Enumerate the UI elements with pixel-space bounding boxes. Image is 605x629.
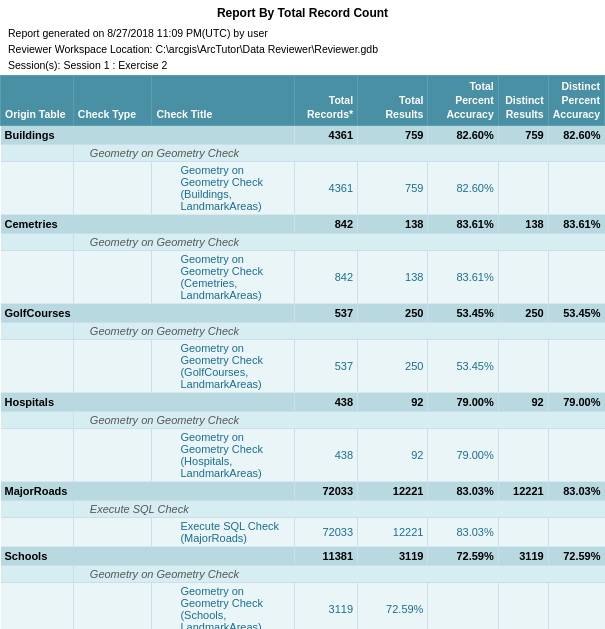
check-title-records: 438 [294, 429, 358, 482]
check-title-records: 3119 [294, 583, 358, 629]
meta-line3: Session(s): Session 1 : Exercise 2 [8, 58, 597, 74]
check-type-row: Execute SQL Check [1, 501, 605, 518]
origin-pct-acc: 82.60% [428, 126, 498, 145]
check-type-empty-origin [1, 323, 74, 340]
check-type-row: Geometry on Geometry Check [1, 412, 605, 429]
check-title-distinct-pct [548, 340, 604, 393]
check-title-distinct-pct [548, 429, 604, 482]
check-title-name: Geometry on Geometry Check (Schools, Lan… [152, 583, 294, 629]
check-title-distinct-pct [548, 162, 604, 215]
check-title-empty-origin [1, 583, 74, 629]
origin-name: Cemetries [1, 215, 295, 234]
origin-total-results: 759 [358, 126, 428, 145]
check-title-records: 72033 [294, 518, 358, 547]
report-table: Origin Table Check Type Check Title Tota… [0, 75, 605, 629]
origin-row: MajorRoads 72033 12221 83.03% 12221 83.0… [1, 482, 605, 501]
check-title-pct: 83.61% [428, 251, 498, 304]
origin-distinct-results: 759 [498, 126, 548, 145]
origin-name: Hospitals [1, 393, 295, 412]
check-title-row: Geometry on Geometry Check (Buildings, L… [1, 162, 605, 215]
check-title-name: Geometry on Geometry Check (Cemetries, L… [152, 251, 294, 304]
origin-name: Schools [1, 547, 295, 566]
check-title-results: 92 [358, 429, 428, 482]
check-type-row: Geometry on Geometry Check [1, 145, 605, 162]
check-type-name: Geometry on Geometry Check [73, 566, 604, 583]
check-title-empty-origin [1, 340, 74, 393]
check-title-row: Geometry on Geometry Check (Hospitals, L… [1, 429, 605, 482]
check-title-records: 537 [294, 340, 358, 393]
check-title-distinct [498, 583, 548, 629]
origin-pct-acc: 53.45% [428, 304, 498, 323]
origin-total-results: 12221 [358, 482, 428, 501]
meta-line1: Report generated on 8/27/2018 11:09 PM(U… [8, 26, 597, 42]
check-type-name: Geometry on Geometry Check [73, 145, 604, 162]
check-type-name: Geometry on Geometry Check [73, 323, 604, 340]
origin-distinct-pct: 53.45% [548, 304, 604, 323]
check-title-empty-type [73, 518, 152, 547]
check-title-distinct [498, 251, 548, 304]
origin-distinct-pct: 72.59% [548, 547, 604, 566]
check-title-empty-type [73, 340, 152, 393]
origin-total-records: 438 [294, 393, 358, 412]
check-title-distinct [498, 518, 548, 547]
origin-row: GolfCourses 537 250 53.45% 250 53.45% [1, 304, 605, 323]
check-title-distinct-pct [548, 583, 604, 629]
check-title-results: 759 [358, 162, 428, 215]
origin-pct-acc: 83.61% [428, 215, 498, 234]
check-type-row: Geometry on Geometry Check [1, 234, 605, 251]
check-type-row: Geometry on Geometry Check [1, 566, 605, 583]
origin-distinct-results: 250 [498, 304, 548, 323]
check-title-results: 138 [358, 251, 428, 304]
check-title-pct: 53.45% [428, 340, 498, 393]
check-title-records: 842 [294, 251, 358, 304]
origin-total-records: 842 [294, 215, 358, 234]
check-title-pct: 83.03% [428, 518, 498, 547]
origin-row: Hospitals 438 92 79.00% 92 79.00% [1, 393, 605, 412]
check-title-distinct [498, 340, 548, 393]
origin-total-results: 138 [358, 215, 428, 234]
origin-distinct-pct: 79.00% [548, 393, 604, 412]
check-title-results: 12221 [358, 518, 428, 547]
check-title-empty-type [73, 251, 152, 304]
check-type-empty-origin [1, 412, 74, 429]
check-title-empty-origin [1, 162, 74, 215]
header-checktype: Check Type [73, 76, 152, 126]
meta-line2: Reviewer Workspace Location: C:\arcgis\A… [8, 42, 597, 58]
check-title-name: Geometry on Geometry Check (Buildings, L… [152, 162, 294, 215]
origin-total-records: 11381 [294, 547, 358, 566]
origin-name: GolfCourses [1, 304, 295, 323]
origin-distinct-results: 138 [498, 215, 548, 234]
check-title-distinct [498, 162, 548, 215]
header-origin: Origin Table [1, 76, 74, 126]
check-type-empty-origin [1, 566, 74, 583]
origin-row: Schools 11381 3119 72.59% 3119 72.59% [1, 547, 605, 566]
origin-total-records: 4361 [294, 126, 358, 145]
origin-distinct-results: 3119 [498, 547, 548, 566]
check-title-empty-origin [1, 251, 74, 304]
check-title-row: Execute SQL Check (MajorRoads) 72033 122… [1, 518, 605, 547]
origin-row: Cemetries 842 138 83.61% 138 83.61% [1, 215, 605, 234]
origin-distinct-results: 92 [498, 393, 548, 412]
header-distinctpctacc: Distinct Percent Accuracy [548, 76, 604, 126]
check-title-empty-origin [1, 429, 74, 482]
check-title-name: Execute SQL Check (MajorRoads) [152, 518, 294, 547]
check-type-name: Geometry on Geometry Check [73, 412, 604, 429]
check-title-row: Geometry on Geometry Check (GolfCourses,… [1, 340, 605, 393]
check-title-name: Geometry on Geometry Check (Hospitals, L… [152, 429, 294, 482]
check-title-distinct [498, 429, 548, 482]
check-title-records: 4361 [294, 162, 358, 215]
origin-total-records: 537 [294, 304, 358, 323]
check-title-row: Geometry on Geometry Check (Schools, Lan… [1, 583, 605, 629]
origin-row: Buildings 4361 759 82.60% 759 82.60% [1, 126, 605, 145]
check-title-empty-origin [1, 518, 74, 547]
origin-total-records: 72033 [294, 482, 358, 501]
check-title-name: Geometry on Geometry Check (GolfCourses,… [152, 340, 294, 393]
origin-name: Buildings [1, 126, 295, 145]
origin-pct-acc: 83.03% [428, 482, 498, 501]
check-title-empty-type [73, 429, 152, 482]
origin-distinct-pct: 83.61% [548, 215, 604, 234]
check-type-row: Geometry on Geometry Check [1, 323, 605, 340]
check-title-row: Geometry on Geometry Check (Cemetries, L… [1, 251, 605, 304]
check-type-name: Geometry on Geometry Check [73, 234, 604, 251]
check-type-name: Execute SQL Check [73, 501, 604, 518]
